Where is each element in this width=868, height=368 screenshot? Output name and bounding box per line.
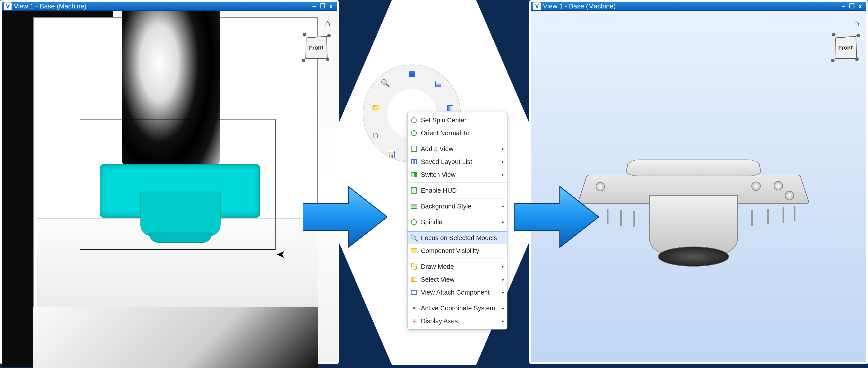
- enable-hud-icon: [410, 187, 418, 194]
- menu-item-spindle[interactable]: Spindle▸: [407, 216, 507, 228]
- menu-item-label: Add a View: [421, 145, 499, 153]
- menu-item-label: Set Spin Center: [421, 117, 504, 124]
- close-button[interactable]: x: [327, 3, 335, 9]
- menu-item-label: Component Visibility: [421, 247, 504, 254]
- viewport-before: V View 1 - Base (Machine) – ❐ x ➤ ⌂ Fron…: [0, 0, 339, 364]
- selection-rectangle: [80, 119, 276, 250]
- arrow-icon: [303, 182, 387, 251]
- app-icon: V: [4, 2, 11, 10]
- menu-item-label: Spindle: [421, 218, 499, 226]
- submenu-arrow-icon: ▸: [502, 159, 504, 165]
- menu-item-select-view[interactable]: Select View▸: [407, 273, 507, 286]
- menu-item-display-axes[interactable]: ✛Display Axes▸: [407, 315, 507, 328]
- select-view-icon: [410, 276, 418, 283]
- close-button[interactable]: x: [857, 3, 864, 9]
- menu-item-label: Active Coordinate System: [421, 305, 499, 312]
- orient-normal-to-icon: [410, 129, 418, 137]
- window-title: View 1 - Base (Machine): [543, 2, 839, 11]
- minimize-button[interactable]: –: [310, 3, 318, 9]
- radial-tool-5-icon[interactable]: 📁: [371, 102, 381, 113]
- context-menu: Set Spin CenterOrient Normal ToAdd a Vie…: [407, 112, 507, 330]
- menu-item-add-a-view[interactable]: Add a View▸: [407, 143, 507, 155]
- submenu-arrow-icon: ▸: [502, 172, 504, 178]
- window-buttons: – ❐ x: [839, 3, 864, 9]
- menu-item-label: Focus on Selected Models: [421, 234, 504, 242]
- menu-item-label: Saved Layout List: [421, 158, 499, 165]
- menu-item-set-spin-center[interactable]: Set Spin Center: [407, 114, 507, 127]
- submenu-arrow-icon: ▸: [502, 203, 504, 209]
- menu-item-label: Draw Mode: [421, 263, 499, 270]
- add-a-view-icon: [410, 145, 418, 153]
- viewcube[interactable]: Front: [830, 32, 861, 63]
- focus-selected-icon: 🔍: [410, 234, 418, 242]
- menu-item-label: Orient Normal To: [421, 129, 504, 137]
- switch-view-icon: [410, 171, 418, 178]
- draw-mode-icon: [410, 263, 418, 270]
- spindle-icon: [410, 218, 418, 226]
- viewcube[interactable]: Front: [301, 32, 332, 63]
- menu-item-switch-view[interactable]: Switch View▸: [407, 168, 507, 181]
- radial-tool-2-icon[interactable]: ▦: [407, 68, 417, 78]
- menu-item-label: Display Axes: [421, 317, 499, 325]
- arrow-icon: [514, 182, 599, 251]
- set-spin-center-icon: [410, 116, 418, 124]
- menu-separator: [407, 214, 507, 214]
- view-attach-comp-icon: [410, 288, 418, 296]
- home-icon[interactable]: ⌂: [325, 18, 330, 28]
- maximize-button[interactable]: ❐: [848, 3, 856, 9]
- submenu-arrow-icon: ▸: [502, 289, 504, 295]
- home-icon[interactable]: ⌂: [854, 18, 860, 28]
- submenu-arrow-icon: ▸: [502, 318, 504, 324]
- menu-item-draw-mode[interactable]: Draw Mode▸: [407, 260, 507, 273]
- menu-item-focus-selected[interactable]: 🔍Focus on Selected Models: [407, 232, 507, 244]
- viewcube-face[interactable]: Front: [305, 36, 328, 59]
- menu-item-label: Select View: [421, 276, 499, 283]
- background-style-icon: [410, 203, 418, 210]
- app-icon: V: [533, 2, 541, 10]
- radial-tool-3-icon[interactable]: ▤: [433, 78, 443, 88]
- focused-part[interactable]: [582, 153, 805, 269]
- radial-tool-1-icon[interactable]: 🔍: [380, 78, 391, 88]
- menu-separator: [407, 182, 507, 183]
- menu-item-label: Switch View: [421, 171, 499, 178]
- viewcube-face[interactable]: Front: [835, 36, 857, 59]
- display-axes-icon: ✛: [410, 317, 418, 325]
- menu-item-label: Enable HUD: [421, 187, 504, 194]
- viewport-content[interactable]: ➤ ⌂ Front: [2, 11, 337, 362]
- menu-separator: [407, 258, 507, 259]
- menu-item-view-attach-comp[interactable]: View Attach Component▸: [407, 286, 507, 299]
- menu-item-active-coord-sys[interactable]: ✦Active Coordinate System▸: [407, 302, 507, 315]
- radial-tool-6-icon[interactable]: 🗋: [371, 130, 381, 141]
- menu-item-enable-hud[interactable]: Enable HUD: [407, 184, 507, 197]
- radial-tool-7-icon[interactable]: 📊: [387, 149, 397, 159]
- submenu-arrow-icon: ▸: [502, 146, 504, 152]
- submenu-arrow-icon: ▸: [502, 305, 504, 311]
- menu-item-saved-layout-list[interactable]: Saved Layout List▸: [407, 155, 507, 168]
- menu-separator: [407, 198, 507, 198]
- active-coord-sys-icon: ✦: [410, 304, 418, 312]
- window-buttons: – ❐ x: [310, 3, 335, 9]
- submenu-arrow-icon: ▸: [502, 264, 504, 270]
- titlebar: V View 1 - Base (Machine) – ❐ x: [531, 2, 866, 11]
- maximize-button[interactable]: ❐: [319, 3, 326, 9]
- radial-tool-4-icon[interactable]: ▥: [445, 102, 455, 113]
- cursor-icon: ➤: [276, 248, 285, 260]
- saved-layout-list-icon: [410, 158, 418, 165]
- menu-item-label: Background Style: [421, 203, 499, 210]
- minimize-button[interactable]: –: [839, 3, 847, 9]
- titlebar: V View 1 - Base (Machine) – ❐ x: [2, 2, 337, 11]
- component-vis-icon: [410, 247, 418, 254]
- window-title: View 1 - Base (Machine): [14, 2, 310, 11]
- menu-separator: [407, 141, 507, 141]
- menu-item-background-style[interactable]: Background Style▸: [407, 200, 507, 213]
- viewport-after: V View 1 - Base (Machine) – ❐ x ⌂ Front: [529, 0, 868, 364]
- submenu-arrow-icon: ▸: [502, 219, 504, 225]
- menu-separator: [407, 230, 507, 230]
- menu-item-label: View Attach Component: [421, 289, 499, 296]
- menu-item-orient-normal-to[interactable]: Orient Normal To: [407, 127, 507, 140]
- submenu-arrow-icon: ▸: [502, 277, 504, 282]
- menu-item-component-vis[interactable]: Component Visibility: [407, 244, 507, 257]
